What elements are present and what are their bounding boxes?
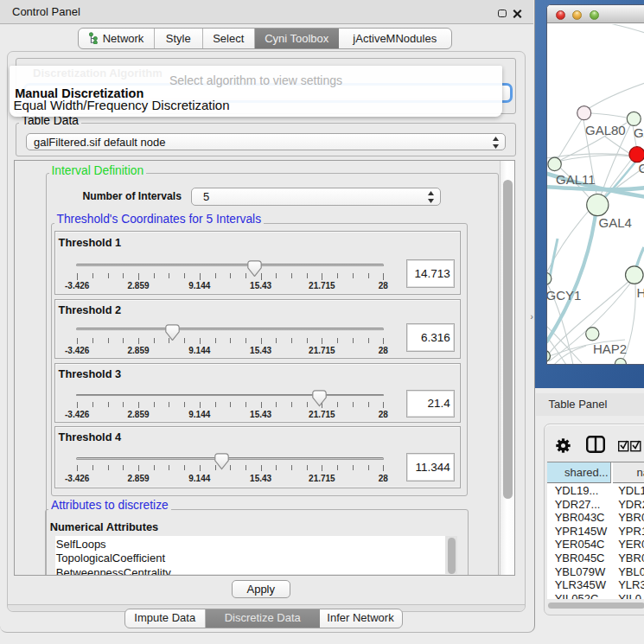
svg-text:GAL11: GAL11 (556, 172, 596, 187)
svg-text:HAP2: HAP2 (593, 341, 627, 356)
svg-text:GAL4: GAL4 (598, 215, 631, 230)
svg-text:C: C (638, 161, 644, 175)
svg-text:H: H (636, 285, 644, 300)
svg-text:GCY1: GCY1 (547, 287, 581, 302)
svg-text:GAL80: GAL80 (585, 122, 626, 137)
svg-text:GA: GA (634, 125, 644, 140)
